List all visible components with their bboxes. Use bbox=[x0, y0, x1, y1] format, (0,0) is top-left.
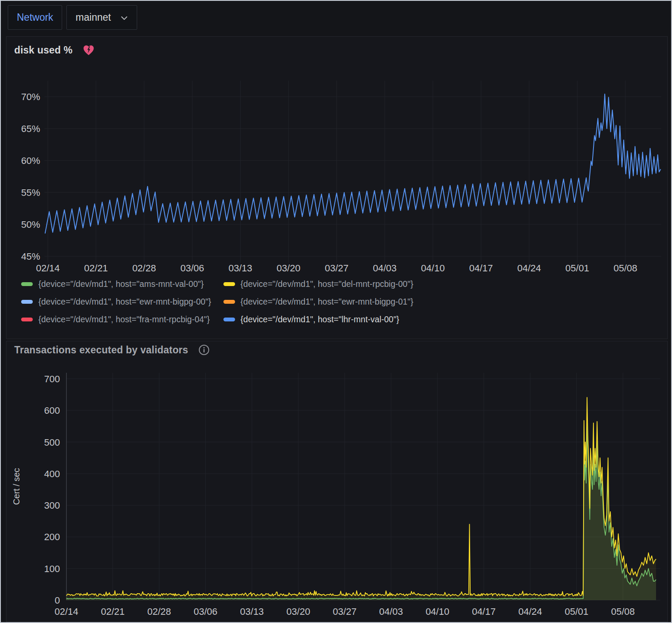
svg-text:04/24: 04/24 bbox=[517, 263, 541, 274]
legend-label: {device="/dev/md1", host="ams-mnt-val-00… bbox=[38, 279, 204, 289]
svg-text:02/14: 02/14 bbox=[54, 606, 78, 617]
svg-text:02/21: 02/21 bbox=[84, 263, 108, 274]
transactions-panel-title: Transactions executed by validators bbox=[14, 344, 188, 356]
legend-item-2[interactable]: {device="/dev/md1", host="ewr-mnt-bigpg-… bbox=[21, 297, 211, 307]
legend-label: {device="/dev/md1", host="ewr-mnt-bigpg-… bbox=[241, 297, 414, 307]
svg-text:55%: 55% bbox=[21, 187, 40, 198]
svg-text:03/20: 03/20 bbox=[286, 606, 310, 617]
legend-label: {device="/dev/md1", host="fra-mnt-rpcbig… bbox=[38, 315, 210, 324]
svg-text:03/06: 03/06 bbox=[194, 606, 217, 617]
disk-used-panel: disk used % 45%50%55%60%65%70%02/1402/21… bbox=[6, 36, 668, 339]
legend-swatch bbox=[21, 318, 33, 321]
transactions-panel-header[interactable]: Transactions executed by validators bbox=[6, 341, 667, 359]
svg-text:500: 500 bbox=[44, 437, 60, 448]
svg-text:300: 300 bbox=[44, 500, 60, 511]
svg-text:04/10: 04/10 bbox=[421, 263, 445, 274]
svg-text:03/06: 03/06 bbox=[180, 263, 204, 274]
svg-text:03/27: 03/27 bbox=[325, 263, 349, 274]
svg-text:60%: 60% bbox=[21, 155, 40, 166]
legend-swatch bbox=[223, 282, 235, 286]
svg-text:03/13: 03/13 bbox=[240, 606, 264, 617]
svg-text:700: 700 bbox=[44, 374, 60, 384]
network-variable-dropdown[interactable]: mainnet bbox=[66, 5, 137, 30]
disk-used-panel-title: disk used % bbox=[14, 44, 72, 56]
legend-item-1[interactable]: {device="/dev/md1", host="del-mnt-rpcbig… bbox=[223, 279, 414, 289]
legend-item-5[interactable]: {device="/dev/md1", host="lhr-mnt-val-00… bbox=[223, 315, 414, 324]
svg-text:02/21: 02/21 bbox=[101, 606, 125, 617]
svg-text:65%: 65% bbox=[21, 123, 40, 134]
svg-text:04/03: 04/03 bbox=[379, 606, 403, 617]
svg-text:200: 200 bbox=[44, 532, 60, 542]
svg-text:600: 600 bbox=[44, 405, 60, 416]
svg-text:50%: 50% bbox=[21, 219, 40, 230]
svg-text:04/17: 04/17 bbox=[472, 606, 496, 617]
svg-text:400: 400 bbox=[44, 469, 60, 479]
svg-text:04/10: 04/10 bbox=[426, 606, 449, 617]
svg-text:Cert / sec: Cert / sec bbox=[12, 468, 21, 505]
transactions-panel: Transactions executed by validators 0100… bbox=[6, 341, 668, 622]
chevron-down-icon bbox=[120, 15, 128, 21]
svg-text:100: 100 bbox=[44, 563, 60, 574]
disk-used-chart[interactable]: 45%50%55%60%65%70%02/1402/2102/2803/0603… bbox=[6, 63, 666, 277]
svg-text:05/01: 05/01 bbox=[565, 263, 589, 274]
svg-text:70%: 70% bbox=[21, 91, 40, 102]
svg-text:02/28: 02/28 bbox=[132, 263, 156, 274]
transactions-chart[interactable]: 010020030040050060070002/1402/2102/2803/… bbox=[6, 359, 666, 622]
disk-used-legend: {device="/dev/md1", host="ams-mnt-val-00… bbox=[21, 279, 667, 324]
svg-text:05/08: 05/08 bbox=[611, 606, 635, 617]
legend-swatch bbox=[223, 318, 235, 321]
svg-text:04/03: 04/03 bbox=[373, 263, 397, 274]
legend-label: {device="/dev/md1", host="lhr-mnt-val-00… bbox=[241, 315, 399, 324]
network-variable-label: Network bbox=[8, 5, 62, 30]
svg-text:03/20: 03/20 bbox=[276, 263, 300, 274]
dashboard-variables-bar: Network mainnet bbox=[1, 1, 671, 34]
network-variable-label-text: Network bbox=[17, 12, 53, 23]
svg-text:03/13: 03/13 bbox=[229, 263, 252, 274]
legend-item-4[interactable]: {device="/dev/md1", host="fra-mnt-rpcbig… bbox=[21, 315, 211, 324]
network-variable-value-text: mainnet bbox=[75, 12, 111, 23]
legend-label: {device="/dev/md1", host="ewr-mnt-bigpg-… bbox=[38, 297, 211, 307]
svg-text:04/17: 04/17 bbox=[469, 263, 493, 274]
info-icon[interactable] bbox=[198, 344, 210, 356]
legend-item-0[interactable]: {device="/dev/md1", host="ams-mnt-val-00… bbox=[21, 279, 211, 289]
svg-text:05/08: 05/08 bbox=[613, 263, 637, 274]
legend-swatch bbox=[21, 300, 33, 304]
legend-swatch bbox=[21, 282, 33, 286]
grafana-dashboard: { "topbar": { "variable_label": "Network… bbox=[0, 0, 672, 623]
disk-used-panel-header[interactable]: disk used % bbox=[6, 37, 667, 63]
legend-item-3[interactable]: {device="/dev/md1", host="ewr-mnt-bigpg-… bbox=[223, 297, 414, 307]
legend-label: {device="/dev/md1", host="del-mnt-rpcbig… bbox=[241, 279, 414, 289]
svg-text:45%: 45% bbox=[21, 251, 40, 262]
legend-swatch bbox=[223, 300, 235, 304]
svg-text:04/24: 04/24 bbox=[518, 606, 542, 617]
svg-text:0: 0 bbox=[55, 595, 60, 606]
svg-text:02/14: 02/14 bbox=[36, 263, 60, 274]
svg-text:05/01: 05/01 bbox=[565, 606, 588, 617]
svg-text:03/27: 03/27 bbox=[333, 606, 357, 617]
alert-broken-heart-icon bbox=[83, 45, 94, 56]
svg-text:02/28: 02/28 bbox=[148, 606, 171, 617]
